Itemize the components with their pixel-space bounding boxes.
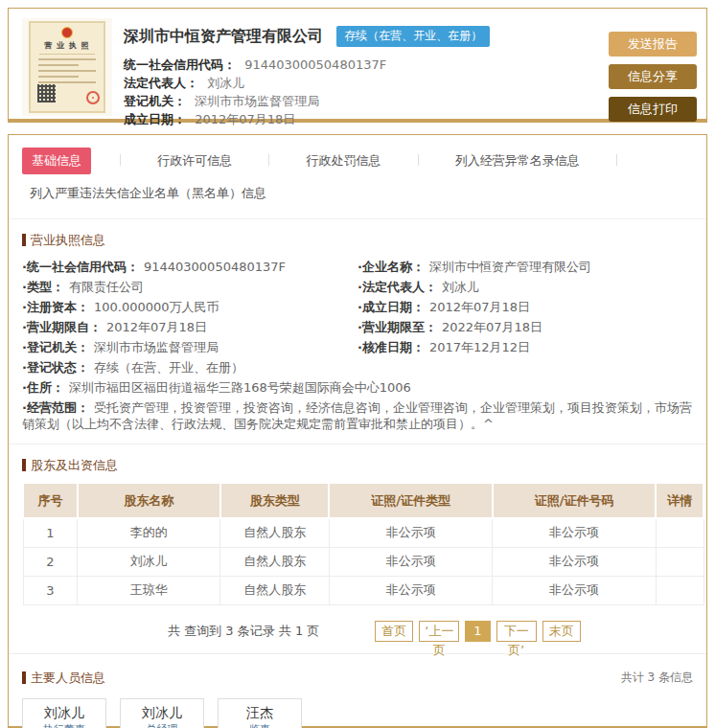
tab-separator [268, 154, 269, 166]
tab-separator [120, 154, 121, 166]
company-header-card: 营 业 执 照 深圳市中恒资产管理有限公司 存续（在营、开业、在册） 统一社会信… [8, 8, 707, 123]
person-name: 刘冰儿 [23, 704, 105, 721]
person-card[interactable]: 汪杰 监事 [218, 698, 302, 728]
people-section-header: 主要人员信息 共计 3 条信息 [22, 670, 693, 687]
tab-admin-penalty[interactable]: 行政处罚信息 [299, 148, 389, 174]
prev-page-button[interactable]: ‘上一页 [419, 621, 459, 642]
field-term-to: ·营业期限至：2022年07月18日 [358, 317, 693, 337]
person-role: 监事 [219, 722, 301, 728]
red-seal-icon [86, 91, 100, 104]
tab-abnormal-list[interactable]: 列入经营异常名录信息 [448, 148, 588, 174]
tab-separator [418, 154, 419, 166]
field-business-scope: ·经营范围：受托资产管理，投资管理，投资咨询，经济信息咨询，企业管理咨询，企业管… [22, 398, 693, 434]
field-address: ·住所：深圳市福田区福田街道福华三路168号荣超国际商会中心1006 [22, 377, 693, 398]
pagination-row: 共 查询到 3 条记录 共 1 页 首页 ‘上一页 1 下一页’ 末页 [22, 621, 693, 644]
field-founded-date: ·成立日期：2012年07月18日 [358, 297, 693, 317]
main-content-card: 基础信息 行政许可信息 行政处罚信息 列入经营异常名录信息 列入严重违法失信企业… [8, 134, 707, 728]
field-credit-code: ·统一社会信用代码：91440300050480137F [22, 257, 358, 277]
pagination: 首页 ‘上一页 1 下一页’ 末页 [375, 621, 580, 642]
next-page-button[interactable]: 下一页’ [496, 621, 537, 642]
col-cert-type: 证照/证件类型 [329, 483, 492, 518]
header-field-credit-code: 统一社会信用代码： 91440300050480137F [124, 56, 593, 74]
people-count-text: 共计 3 条信息 [621, 670, 693, 686]
shareholders-section-title: 股东及出资信息 [22, 457, 693, 474]
qr-code-icon [37, 84, 56, 102]
license-section-title: 营业执照信息 [22, 232, 693, 249]
col-shareholder-name: 股东名称 [78, 483, 220, 518]
license-paper: 营 业 执 照 [29, 21, 105, 113]
business-license-thumbnail: 营 业 执 照 [22, 18, 112, 116]
shareholders-table: 序号 股东名称 股东类型 证照/证件类型 证照/证件号码 详情 1 李的的 自然… [22, 482, 704, 605]
col-detail: 详情 [656, 483, 703, 518]
section-bullet-icon [22, 671, 26, 684]
people-section-title: 主要人员信息 [22, 670, 105, 687]
person-role: 总经理 [121, 722, 203, 728]
table-row: 2 刘冰儿 自然人股东 非公示项 非公示项 [23, 547, 703, 576]
table-header-row: 序号 股东名称 股东类型 证照/证件类型 证照/证件号码 详情 [23, 483, 703, 518]
national-emblem-icon [61, 27, 73, 38]
header-field-founded-date: 成立日期： 2012年07月18日 [124, 110, 593, 128]
field-registration-status: ·登记状态：存续（在营、开业、在册） [22, 357, 693, 377]
tab-admin-license[interactable]: 行政许可信息 [150, 148, 240, 174]
field-registry-authority: ·登记机关：深圳市市场监督管理局 [22, 337, 358, 357]
header-field-legal-rep: 法定代表人： 刘冰儿 [124, 74, 593, 92]
tab-bar: 基础信息 行政许可信息 行政处罚信息 列入经营异常名录信息 列入严重违法失信企业… [9, 135, 706, 219]
tab-blacklist[interactable]: 列入严重违法失信企业名单（黑名单）信息 [22, 180, 274, 207]
col-index: 序号 [23, 483, 78, 518]
tab-basic-info[interactable]: 基础信息 [22, 148, 91, 174]
person-name: 汪杰 [219, 704, 301, 721]
section-divider [9, 653, 706, 654]
share-info-button[interactable]: 信息分享 [609, 64, 697, 89]
current-page-button[interactable]: 1 [465, 621, 490, 642]
person-card[interactable]: 刘冰儿 总经理 [120, 698, 204, 728]
col-cert-number: 证照/证件号码 [493, 483, 656, 518]
key-people-cards: 刘冰儿 执行董事 刘冰儿 总经理 汪杰 监事 [22, 698, 693, 728]
field-approval-date: ·核准日期：2017年12月12日 [358, 337, 693, 357]
section-divider [9, 444, 706, 444]
person-role: 执行董事 [23, 722, 105, 728]
record-count-summary: 共 查询到 3 条记录 共 1 页 [168, 621, 319, 642]
field-registered-capital: ·注册资本：100.000000万人民币 [22, 297, 358, 317]
table-row: 3 王琼华 自然人股东 非公示项 非公示项 [23, 576, 703, 604]
section-bullet-icon [22, 459, 26, 471]
license-thumb-title: 营 业 执 照 [31, 40, 104, 51]
header-field-registry: 登记机关： 深圳市市场监督管理局 [124, 92, 593, 110]
field-term-from: ·营业期限自：2012年07月18日 [22, 317, 358, 337]
company-name-title: 深圳市中恒资产管理有限公司 [124, 27, 323, 45]
header-action-buttons: 发送报告 信息分享 信息打印 [609, 32, 697, 129]
last-page-button[interactable]: 末页 [542, 621, 581, 642]
col-shareholder-type: 股东类型 [220, 483, 330, 518]
send-report-button[interactable]: 发送报告 [609, 32, 697, 57]
table-row: 1 李的的 自然人股东 非公示项 非公示项 [23, 518, 703, 547]
field-legal-rep: ·法定代表人：刘冰儿 [358, 277, 693, 297]
section-bullet-icon [22, 234, 26, 246]
person-card[interactable]: 刘冰儿 执行董事 [22, 698, 106, 728]
first-page-button[interactable]: 首页 [375, 621, 413, 642]
field-company-name: ·企业名称：深圳市中恒资产管理有限公司 [358, 257, 693, 277]
field-company-type: ·类型：有限责任公司 [22, 277, 358, 297]
person-name: 刘冰儿 [121, 704, 203, 721]
status-badge: 存续（在营、开业、在册） [336, 26, 490, 47]
tab-separator [616, 154, 617, 166]
license-fields-grid: ·统一社会信用代码：91440300050480137F ·企业名称：深圳市中恒… [9, 257, 706, 434]
print-info-button[interactable]: 信息打印 [609, 97, 697, 122]
